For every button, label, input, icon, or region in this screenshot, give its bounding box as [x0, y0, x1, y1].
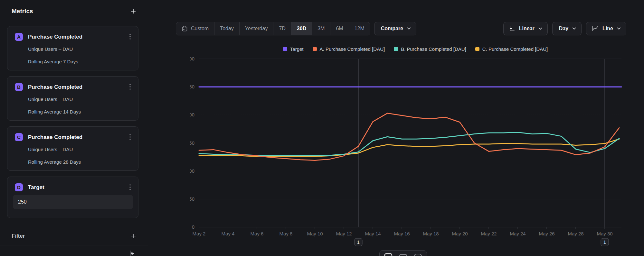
scale-select-button[interactable]: Linear	[503, 22, 548, 35]
legend-swatch-icon	[313, 47, 317, 51]
legend-item[interactable]: B. Purchase Completed [DAU]	[394, 46, 466, 52]
add-filter-button[interactable]	[130, 233, 137, 239]
date-range-yesterday[interactable]: Yesterday	[239, 22, 273, 35]
metric-measure: Unique Users – DAU	[28, 46, 73, 52]
x-axis-label: May 16	[394, 231, 410, 236]
legend-label: Target	[290, 46, 304, 52]
date-range-30d[interactable]: 30D	[291, 22, 312, 35]
filter-header-row: Filter	[12, 233, 137, 239]
y-axis-label: 150	[190, 140, 194, 146]
metrics-section-title: Metrics	[12, 8, 33, 15]
date-range-6m[interactable]: 6M	[330, 22, 348, 35]
target-card[interactable]: D Target	[7, 177, 138, 218]
metric-card-b[interactable]: B Purchase Completed Unique Users – DAU …	[7, 76, 138, 121]
y-axis-label: 250	[190, 84, 194, 89]
chart-size-large-icon	[384, 253, 393, 256]
x-axis-label: May 20	[452, 231, 468, 236]
x-axis-label: May 10	[307, 231, 323, 236]
target-title: Target	[28, 184, 44, 191]
metric-menu-button[interactable]	[127, 133, 134, 142]
x-axis-label: May 12	[336, 231, 352, 236]
metric-transform: Rolling Average 14 Days	[28, 109, 81, 114]
y-axis-label: 300	[190, 56, 194, 61]
chart-size-toggle	[379, 250, 427, 256]
y-axis-label: 0	[192, 224, 194, 230]
target-menu-button[interactable]	[127, 183, 134, 192]
chart-size-medium-button[interactable]	[399, 253, 407, 256]
metric-transform: Rolling Average 28 Days	[28, 159, 81, 165]
metric-title: Purchase Completed	[28, 84, 82, 90]
annotation-badge-label: 1	[603, 240, 606, 245]
date-range-12m[interactable]: 12M	[349, 22, 370, 35]
collapse-sidebar-button[interactable]	[128, 250, 136, 256]
series-line-a	[199, 113, 619, 160]
date-range-custom[interactable]: Custom	[176, 22, 214, 35]
legend-swatch-icon	[475, 47, 479, 51]
legend-label: C. Purchase Completed [DAU]	[482, 46, 548, 52]
kebab-menu-icon	[127, 133, 134, 142]
date-range-today[interactable]: Today	[214, 22, 239, 35]
date-range-label: Custom	[191, 26, 209, 32]
legend-item[interactable]: C. Purchase Completed [DAU]	[475, 46, 548, 52]
line-chart: 050100150200250300May 2May 4May 6May 8Ma…	[190, 55, 641, 256]
chart-size-medium-icon	[399, 253, 407, 256]
chart-toolbar: CustomTodayYesterday7D30D3M6M12M Compare…	[176, 22, 626, 35]
metric-badge: B	[15, 83, 23, 91]
x-axis-label: May 4	[222, 231, 235, 236]
granularity-select-button[interactable]: Day	[552, 22, 582, 35]
add-metric-button[interactable]	[130, 8, 137, 14]
date-range-label: 7D	[279, 26, 285, 32]
chart-type-select-button[interactable]: Line	[586, 22, 626, 35]
metric-title: Purchase Completed	[28, 134, 82, 141]
y-axis-label: 100	[190, 168, 194, 174]
chart-size-small-button[interactable]	[414, 253, 422, 256]
chevron-down-icon	[407, 27, 411, 30]
chart-size-large-button[interactable]	[384, 253, 393, 256]
legend-swatch-icon	[394, 47, 398, 51]
metric-menu-button[interactable]	[127, 33, 134, 41]
axis-icon	[509, 25, 515, 32]
metric-menu-button[interactable]	[127, 83, 134, 91]
date-range-segmented-control: CustomTodayYesterday7D30D3M6M12M	[176, 22, 370, 35]
y-axis-label: 50	[190, 196, 194, 202]
series-line-c	[199, 139, 619, 156]
metric-measure: Unique Users – DAU	[28, 96, 73, 102]
date-range-3m[interactable]: 3M	[312, 22, 330, 35]
annotation-badge-label: 1	[357, 240, 360, 245]
metric-card-c[interactable]: C Purchase Completed Unique Users – DAU …	[7, 126, 138, 171]
x-axis-label: May 30	[597, 231, 612, 236]
scale-label: Linear	[519, 26, 535, 32]
date-range-label: 30D	[297, 26, 306, 32]
date-range-label: Today	[220, 26, 234, 32]
metric-transform: Rolling Average 7 Days	[28, 59, 78, 64]
metric-measure: Unique Users – DAU	[28, 147, 73, 152]
x-axis-label: May 18	[423, 231, 439, 236]
kebab-menu-icon	[127, 183, 134, 192]
sidebar: Metrics A Purchase Completed Unique User…	[0, 0, 148, 256]
legend-swatch-icon	[283, 47, 287, 51]
plus-icon	[130, 8, 137, 14]
chart-type-label: Line	[602, 26, 613, 32]
target-value-input[interactable]	[13, 195, 133, 209]
x-axis-label: May 14	[365, 231, 381, 236]
compare-button[interactable]: Compare	[374, 22, 416, 35]
compare-label: Compare	[381, 26, 403, 32]
chart-size-small-icon	[414, 253, 422, 256]
legend-item[interactable]: Target	[283, 46, 304, 52]
metric-badge: A	[15, 33, 23, 41]
kebab-menu-icon	[127, 33, 134, 41]
date-range-label: 3M	[317, 26, 325, 32]
date-range-label: 12M	[355, 26, 365, 32]
date-range-7d[interactable]: 7D	[273, 22, 291, 35]
kebab-menu-icon	[127, 83, 134, 91]
x-axis-label: May 28	[568, 231, 583, 236]
legend-item[interactable]: A. Purchase Completed [DAU]	[313, 46, 385, 52]
toolbar-spacer	[416, 22, 503, 35]
collapse-left-icon	[128, 250, 136, 256]
x-axis-label: May 24	[510, 231, 526, 236]
x-axis-label: May 2	[193, 231, 206, 236]
plus-icon	[130, 233, 137, 239]
granularity-label: Day	[559, 26, 568, 32]
metric-badge: D	[15, 183, 23, 191]
metric-card-a[interactable]: A Purchase Completed Unique Users – DAU …	[7, 26, 138, 70]
